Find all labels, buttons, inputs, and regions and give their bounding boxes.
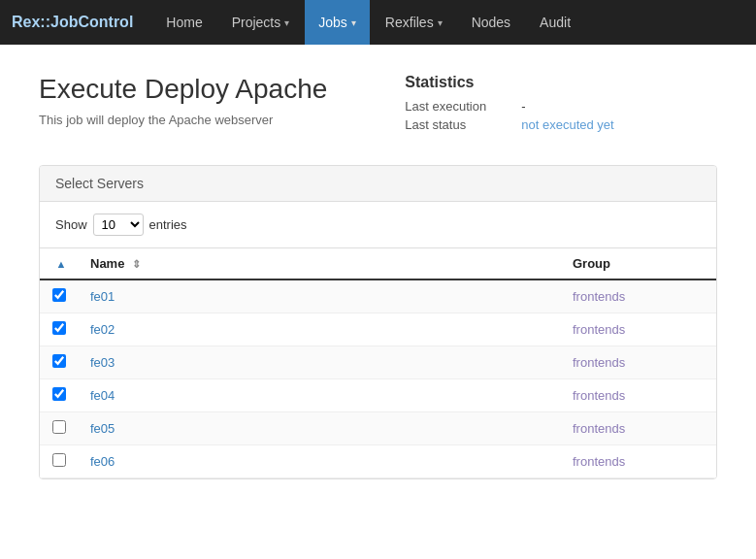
row-checkbox-cell <box>40 445 79 478</box>
server-group-cell: frontends <box>561 346 716 379</box>
nav-item-home[interactable]: Home <box>152 0 215 45</box>
last-execution-label: Last execution <box>405 99 502 114</box>
servers-section: Select Servers Show 10 25 50 100 entries… <box>39 165 717 479</box>
server-checkbox[interactable] <box>52 288 66 302</box>
row-checkbox-cell <box>40 346 79 379</box>
navbar: Rex::JobControl Home Projects ▾ Jobs ▾ R… <box>0 0 756 45</box>
row-checkbox-cell <box>40 313 79 346</box>
table-row: fe01frontends <box>40 280 716 313</box>
job-title: Execute Deploy Apache <box>39 74 327 105</box>
server-name-link[interactable]: fe06 <box>90 454 115 469</box>
server-group-cell: frontends <box>561 280 716 313</box>
server-name-cell: fe02 <box>79 313 561 346</box>
server-checkbox[interactable] <box>52 387 66 401</box>
last-status-label: Last status <box>405 117 502 132</box>
server-group-value: frontends <box>573 355 625 370</box>
nav-item-audit[interactable]: Audit <box>526 0 584 45</box>
nav-item-nodes[interactable]: Nodes <box>458 0 524 45</box>
table-row: fe05frontends <box>40 412 716 445</box>
last-execution-row: Last execution - <box>405 99 613 114</box>
servers-table-body: fe01frontendsfe02frontendsfe03frontendsf… <box>40 280 716 478</box>
server-group-value: frontends <box>573 322 625 337</box>
brand-logo: Rex::JobControl <box>12 14 133 31</box>
server-checkbox[interactable] <box>52 354 66 368</box>
last-execution-value: - <box>521 99 525 114</box>
servers-section-header: Select Servers <box>40 166 716 202</box>
row-checkbox-cell <box>40 379 79 412</box>
server-group-cell: frontends <box>561 379 716 412</box>
job-title-section: Execute Deploy Apache This job will depl… <box>39 74 327 127</box>
servers-table-head: ▲ Name ⇕ Group <box>40 248 716 280</box>
table-row: fe04frontends <box>40 379 716 412</box>
col-check-header: ▲ <box>40 248 79 280</box>
col-name-header[interactable]: Name ⇕ <box>79 248 561 280</box>
server-name-link[interactable]: fe01 <box>90 289 115 304</box>
server-name-link[interactable]: fe04 <box>90 388 115 403</box>
server-name-cell: fe03 <box>79 346 561 379</box>
servers-table: ▲ Name ⇕ Group fe01frontendsfe02frontend… <box>40 247 716 478</box>
servers-section-title: Select Servers <box>55 176 144 191</box>
nav-item-jobs[interactable]: Jobs ▾ <box>305 0 370 45</box>
entries-select[interactable]: 10 25 50 100 <box>93 214 144 236</box>
chevron-down-icon: ▾ <box>284 17 289 28</box>
server-group-value: frontends <box>573 421 625 436</box>
server-group-value: frontends <box>573 454 625 469</box>
server-checkbox[interactable] <box>52 321 66 335</box>
nav-menu: Home Projects ▾ Jobs ▾ Rexfiles ▾ Nodes … <box>152 0 744 45</box>
job-header: Execute Deploy Apache This job will depl… <box>39 74 717 136</box>
table-row: fe02frontends <box>40 313 716 346</box>
last-status-row: Last status not executed yet <box>405 117 613 132</box>
server-group-value: frontends <box>573 388 625 403</box>
server-name-cell: fe04 <box>79 379 561 412</box>
server-name-cell: fe06 <box>79 445 561 478</box>
statistics-section: Statistics Last execution - Last status … <box>405 74 613 136</box>
server-group-cell: frontends <box>561 412 716 445</box>
servers-controls: Show 10 25 50 100 entries <box>40 202 716 247</box>
server-name-cell: fe05 <box>79 412 561 445</box>
chevron-down-icon: ▾ <box>438 17 443 28</box>
show-label: Show <box>55 217 87 232</box>
nav-item-projects[interactable]: Projects ▾ <box>218 0 304 45</box>
sort-asc-icon: ▲ <box>56 258 67 270</box>
table-row: fe06frontends <box>40 445 716 478</box>
server-name-link[interactable]: fe02 <box>90 322 115 337</box>
server-name-cell: fe01 <box>79 280 561 313</box>
col-group-header[interactable]: Group <box>561 248 716 280</box>
server-group-value: frontends <box>573 289 625 304</box>
sort-both-icon: ⇕ <box>132 258 141 270</box>
server-checkbox[interactable] <box>52 420 66 434</box>
row-checkbox-cell <box>40 412 79 445</box>
chevron-down-icon: ▾ <box>351 17 356 28</box>
nav-item-rexfiles[interactable]: Rexfiles ▾ <box>372 0 456 45</box>
server-name-link[interactable]: fe05 <box>90 421 115 436</box>
servers-table-header-row: ▲ Name ⇕ Group <box>40 248 716 280</box>
entries-label: entries <box>149 217 187 232</box>
server-group-cell: frontends <box>561 313 716 346</box>
job-description: This job will deploy the Apache webserve… <box>39 113 327 127</box>
server-group-cell: frontends <box>561 445 716 478</box>
server-checkbox[interactable] <box>52 453 66 467</box>
table-row: fe03frontends <box>40 346 716 379</box>
main-content: Execute Deploy Apache This job will depl… <box>0 45 756 499</box>
statistics-heading: Statistics <box>405 74 613 91</box>
last-status-value: not executed yet <box>521 117 613 132</box>
server-name-link[interactable]: fe03 <box>90 355 115 370</box>
row-checkbox-cell <box>40 280 79 313</box>
